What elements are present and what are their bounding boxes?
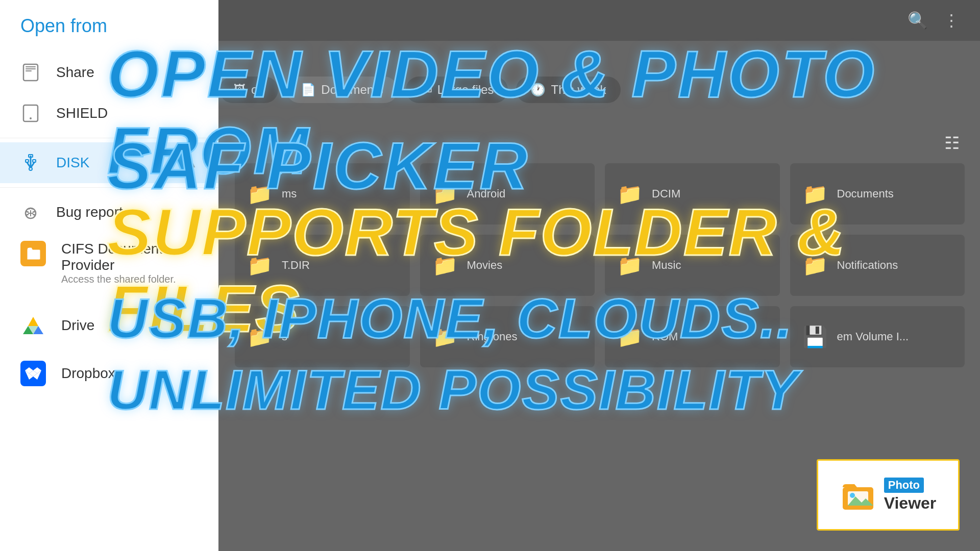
dropbox-icon (20, 361, 46, 386)
sidebar-divider-1 (0, 138, 218, 138)
drive-icon: 💾 (802, 325, 828, 349)
svg-point-35 (850, 493, 855, 498)
file-name: Movies (467, 259, 503, 272)
filter-chips-row: 🖼 os 📄 Documents 🏷 Large files 🕐 This we… (219, 77, 621, 103)
list-item[interactable]: 📁 s (235, 306, 410, 367)
logo-viewer-word: Viewer (884, 494, 937, 513)
sidebar-item-share-label: Share (56, 64, 94, 81)
folder-icon: 📁 (247, 254, 273, 278)
list-item[interactable]: 💾 em Volume I... (790, 306, 965, 367)
list-item[interactable]: 📁 DCIM (605, 163, 780, 224)
share-icon (20, 63, 41, 82)
folder-icon: 📁 (432, 182, 458, 206)
sidebar-item-dropbox[interactable]: Dropbox (0, 349, 218, 397)
sidebar-title: Open from (20, 15, 107, 36)
sidebar-item-drive-label: Drive (61, 317, 94, 334)
sidebar-divider-2 (0, 187, 218, 188)
folder-icon: 📁 (617, 182, 643, 206)
file-name: Notifications (837, 259, 898, 272)
sidebar-item-shield[interactable]: SHIELD (0, 93, 218, 134)
file-name: Android (467, 187, 506, 201)
usb-icon (20, 154, 41, 172)
cifs-icon (20, 241, 46, 266)
svg-rect-3 (26, 70, 32, 71)
chip-photos[interactable]: 🖼 os (219, 77, 278, 103)
svg-rect-10 (26, 160, 29, 162)
photos-icon: 🖼 (234, 83, 246, 97)
clock-icon: 🕐 (530, 83, 546, 97)
chip-this-week[interactable]: 🕐 This week (516, 77, 620, 103)
logo-text: Photo Viewer (884, 478, 937, 513)
sidebar-item-cifs[interactable]: CIFS Documents Provider Access the share… (0, 233, 218, 302)
list-item[interactable]: 📁 Movies (420, 235, 595, 296)
list-item[interactable]: 📁 Android (420, 163, 595, 224)
list-item[interactable]: 📁 Music (605, 235, 780, 296)
svg-point-12 (29, 167, 32, 170)
list-item[interactable]: 📁 ROM (605, 306, 780, 367)
folder-icon: 📁 (432, 254, 458, 278)
svg-rect-11 (33, 160, 36, 162)
file-name: Music (652, 259, 681, 272)
logo-photo-icon (840, 477, 876, 513)
folder-icon: 📁 (432, 325, 458, 349)
file-name: ms (282, 187, 297, 201)
svg-marker-24 (28, 317, 38, 326)
chip-large-files[interactable]: 🏷 Large files (406, 77, 508, 103)
folder-icon: 📁 (247, 325, 273, 349)
sidebar-header: Open from (0, 0, 218, 52)
folder-icon: 📁 (802, 254, 828, 278)
grid-view-toggle[interactable]: ☷ (944, 133, 960, 153)
drive-icon (20, 313, 46, 338)
folder-icon: 📁 (247, 182, 273, 206)
sidebar-item-bug-reports-label: Bug reports (56, 204, 130, 220)
sidebar-item-drive[interactable]: Drive (0, 302, 218, 349)
svg-rect-2 (26, 68, 36, 69)
tag-icon: 🏷 (420, 83, 432, 97)
bug-reports-icon (20, 203, 41, 221)
chip-documents[interactable]: 📄 Documents (286, 77, 397, 103)
svg-rect-1 (26, 66, 36, 67)
file-name: T.DIR (282, 259, 310, 272)
file-name: Ringtones (467, 330, 518, 343)
list-item[interactable]: 📁 ms (235, 163, 410, 224)
list-item[interactable]: 📁 Notifications (790, 235, 965, 296)
list-item[interactable]: 📁 Documents (790, 163, 965, 224)
shield-device-icon (20, 104, 41, 122)
file-name: DCIM (652, 187, 680, 201)
file-name: s (282, 330, 287, 343)
sidebar: Open from Share SHIELD (0, 0, 218, 551)
list-item[interactable]: 📁 T.DIR (235, 235, 410, 296)
sidebar-item-disk[interactable]: DISK ▲ (0, 142, 218, 183)
logo-photo-word: Photo (884, 478, 924, 493)
svg-point-5 (30, 117, 32, 119)
folder-icon: 📁 (617, 254, 643, 278)
eject-icon[interactable]: ▲ (184, 155, 198, 171)
file-name: em Volume I... (837, 330, 909, 343)
folder-icon: 📁 (617, 325, 643, 349)
sidebar-item-disk-label: DISK (56, 155, 89, 171)
logo-watermark: Photo Viewer (817, 459, 960, 531)
sidebar-item-shield-label: SHIELD (56, 105, 108, 121)
file-name: Documents (837, 187, 894, 201)
sidebar-item-cifs-sub: Access the shared folder. (61, 273, 198, 293)
sidebar-item-cifs-label: CIFS Documents Provider (61, 241, 198, 273)
sidebar-item-dropbox-label: Dropbox (61, 365, 115, 382)
sidebar-item-share[interactable]: Share (0, 52, 218, 93)
document-icon: 📄 (301, 83, 316, 97)
sidebar-item-bug-reports[interactable]: Bug reports (0, 192, 218, 233)
folder-icon: 📁 (802, 182, 828, 206)
file-name: ROM (652, 330, 678, 343)
list-item[interactable]: 📁 Ringtones (420, 306, 595, 367)
more-options-icon[interactable]: ⋮ (943, 11, 960, 30)
file-grid: 📁 ms 📁 Android 📁 DCIM 📁 Documents 📁 T.DI… (219, 163, 980, 367)
search-icon[interactable]: 🔍 (908, 11, 928, 30)
